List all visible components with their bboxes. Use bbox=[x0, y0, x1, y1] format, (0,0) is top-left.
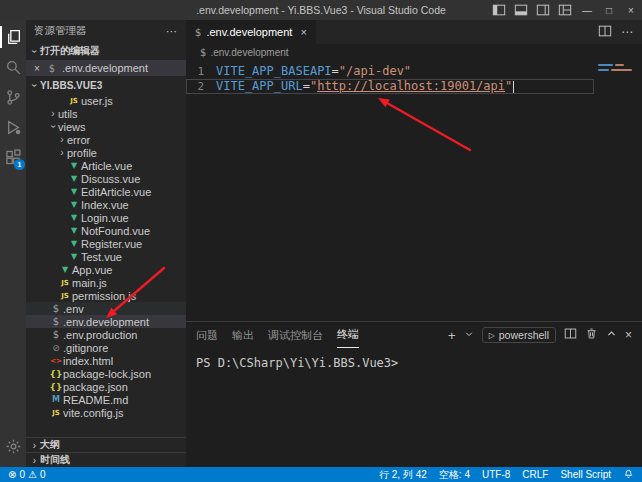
tree-item-views[interactable]: ›views bbox=[26, 120, 186, 133]
tree-item-label: main.js bbox=[72, 277, 107, 289]
tab-close-icon[interactable]: × bbox=[300, 26, 306, 38]
language-mode[interactable]: Shell Script bbox=[560, 469, 611, 480]
tree-item-profile[interactable]: ›profile bbox=[26, 146, 186, 159]
panel-tab-terminal[interactable]: 终端 bbox=[337, 322, 359, 348]
vue-file-icon: ▼ bbox=[58, 265, 72, 274]
open-editor-label: .env.development bbox=[62, 62, 148, 74]
extensions-icon[interactable]: 1 bbox=[0, 142, 26, 172]
tree-item-article-vue[interactable]: ▼Article.vue bbox=[26, 159, 186, 172]
tree-item-package-json[interactable]: {}package.json bbox=[26, 380, 186, 393]
tree-item-index-html[interactable]: <>index.html bbox=[26, 354, 186, 367]
text-cursor bbox=[513, 81, 514, 93]
close-icon[interactable]: × bbox=[620, 0, 642, 20]
settings-gear-icon[interactable] bbox=[0, 431, 26, 461]
open-editors-header[interactable]: › 打开的编辑器 bbox=[26, 42, 186, 60]
maximize-icon[interactable]: □ bbox=[598, 0, 620, 20]
tree-item-env-production[interactable]: $.env.production bbox=[26, 328, 186, 341]
tree-item-vite-config-js[interactable]: JSvite.config.js bbox=[26, 406, 186, 419]
cursor-position[interactable]: 行 2, 列 42 bbox=[379, 468, 427, 482]
env-file-icon: $ bbox=[200, 47, 206, 58]
split-editor-icon[interactable] bbox=[598, 24, 612, 41]
code-line-1[interactable]: 1VITE_APP_BASEAPI="/api-dev" bbox=[186, 64, 594, 79]
toggle-panel-icon[interactable] bbox=[510, 0, 532, 20]
code-line-2[interactable]: 2VITE_APP_URL="http://localhost:19001/ap… bbox=[186, 79, 594, 94]
explorer-sidebar: 资源管理器 ⋯ › 打开的编辑器 × $ .env.development › … bbox=[26, 20, 186, 467]
md-file-icon: M bbox=[49, 395, 63, 404]
tree-item-main-js[interactable]: JSmain.js bbox=[26, 276, 186, 289]
chevron-down-icon: › bbox=[48, 122, 59, 132]
tree-item-login-vue[interactable]: ▼Login.vue bbox=[26, 211, 186, 224]
tree-item-permission-js[interactable]: JSpermission.js bbox=[26, 289, 186, 302]
customize-layout-icon[interactable] bbox=[554, 0, 576, 20]
more-actions-icon[interactable]: ⋯ bbox=[166, 25, 178, 38]
tree-item-utils[interactable]: ›utils bbox=[26, 107, 186, 120]
tree-item-gitignore[interactable]: ⊘.gitignore bbox=[26, 341, 186, 354]
code-text: VITE_APP_URL="http://localhost:19001/api… bbox=[216, 79, 514, 94]
encoding-status[interactable]: UTF-8 bbox=[482, 469, 510, 480]
code-editor[interactable]: 1VITE_APP_BASEAPI="/api-dev"2VITE_APP_UR… bbox=[186, 61, 642, 321]
sidebar-spacer bbox=[26, 419, 186, 437]
notifications-bell-icon[interactable] bbox=[623, 469, 634, 480]
run-debug-icon[interactable] bbox=[0, 112, 26, 142]
kill-terminal-icon[interactable] bbox=[585, 327, 598, 343]
open-editor-item[interactable]: × $ .env.development bbox=[26, 60, 186, 76]
close-panel-icon[interactable]: × bbox=[625, 328, 632, 342]
tree-item-index-vue[interactable]: ▼Index.vue bbox=[26, 198, 186, 211]
file-tree: JSuser.js›utils›views›error›profile▼Arti… bbox=[26, 94, 186, 419]
panel-tab-problems[interactable]: 问题 bbox=[196, 322, 218, 348]
tree-item-label: package.json bbox=[63, 381, 128, 393]
tree-item-test-vue[interactable]: ▼Test.vue bbox=[26, 250, 186, 263]
tab-env-development[interactable]: $ .env.development × bbox=[186, 20, 316, 44]
tree-item-register-vue[interactable]: ▼Register.vue bbox=[26, 237, 186, 250]
problems-status[interactable]: ⊗ 0 ⚠ 0 bbox=[8, 469, 45, 480]
toggle-secondary-sidebar-icon[interactable] bbox=[532, 0, 554, 20]
tree-item-label: permission.js bbox=[72, 290, 136, 302]
search-icon[interactable] bbox=[0, 52, 26, 82]
breadcrumb[interactable]: $ .env.development bbox=[186, 44, 642, 61]
tree-item-env-development[interactable]: $.env.development bbox=[26, 315, 186, 328]
warning-icon: ⚠ bbox=[28, 469, 37, 480]
tree-item-env[interactable]: $.env bbox=[26, 302, 186, 315]
panel-tabs: 问题输出调试控制台终端 bbox=[196, 322, 359, 348]
tree-item-label: .env.production bbox=[63, 329, 137, 341]
shell-selector[interactable]: ▷ powershell bbox=[482, 327, 556, 343]
new-terminal-icon[interactable]: + bbox=[448, 328, 456, 343]
tree-item-label: App.vue bbox=[72, 264, 112, 276]
split-terminal-icon[interactable] bbox=[564, 327, 577, 343]
tree-item-label: NotFound.vue bbox=[81, 225, 150, 237]
terminal[interactable]: PS D:\CSharp\Yi\Yi.BBS.Vue3> bbox=[186, 348, 642, 467]
chevron-down-icon: › bbox=[29, 46, 40, 57]
terminal-dropdown-icon[interactable] bbox=[464, 328, 474, 342]
tree-item-label: error bbox=[67, 134, 90, 146]
more-actions-icon[interactable]: ⋯ bbox=[621, 25, 633, 39]
indentation-status[interactable]: 空格: 4 bbox=[439, 468, 470, 482]
tree-item-discuss-vue[interactable]: ▼Discuss.vue bbox=[26, 172, 186, 185]
tree-item-label: Test.vue bbox=[81, 251, 122, 263]
tree-item-label: Article.vue bbox=[81, 160, 132, 172]
timeline-section[interactable]: › 时间线 bbox=[26, 452, 186, 467]
tree-item-error[interactable]: ›error bbox=[26, 133, 186, 146]
toggle-sidebar-icon[interactable] bbox=[488, 0, 510, 20]
vue-file-icon: ▼ bbox=[67, 187, 81, 196]
outline-label: 大纲 bbox=[40, 438, 60, 452]
activity-bar: 1 bbox=[0, 20, 26, 467]
vue-file-icon: ▼ bbox=[67, 226, 81, 235]
outline-section[interactable]: › 大纲 bbox=[26, 437, 186, 452]
maximize-panel-icon[interactable] bbox=[606, 328, 617, 342]
eol-status[interactable]: CRLF bbox=[522, 469, 548, 480]
tree-item-editarticle-vue[interactable]: ▼EditArticle.vue bbox=[26, 185, 186, 198]
tree-item-package-lock-json[interactable]: {}package-lock.json bbox=[26, 367, 186, 380]
panel-tab-output[interactable]: 输出 bbox=[232, 322, 254, 348]
minimize-icon[interactable]: — bbox=[576, 0, 598, 20]
panel-bar: 问题输出调试控制台终端 + ▷ powershell × bbox=[186, 322, 642, 348]
panel-tab-debug-console[interactable]: 调试控制台 bbox=[268, 322, 323, 348]
project-section-header[interactable]: › YI.BBS.VUE3 bbox=[26, 76, 186, 94]
explorer-icon[interactable] bbox=[0, 22, 26, 52]
source-control-icon[interactable] bbox=[0, 82, 26, 112]
tree-item-app-vue[interactable]: ▼App.vue bbox=[26, 263, 186, 276]
tree-item-readme-md[interactable]: MREADME.md bbox=[26, 393, 186, 406]
tree-item-notfound-vue[interactable]: ▼NotFound.vue bbox=[26, 224, 186, 237]
minimap[interactable] bbox=[598, 64, 638, 74]
close-editor-icon[interactable]: × bbox=[32, 63, 42, 74]
tree-item-user-js[interactable]: JSuser.js bbox=[26, 94, 186, 107]
